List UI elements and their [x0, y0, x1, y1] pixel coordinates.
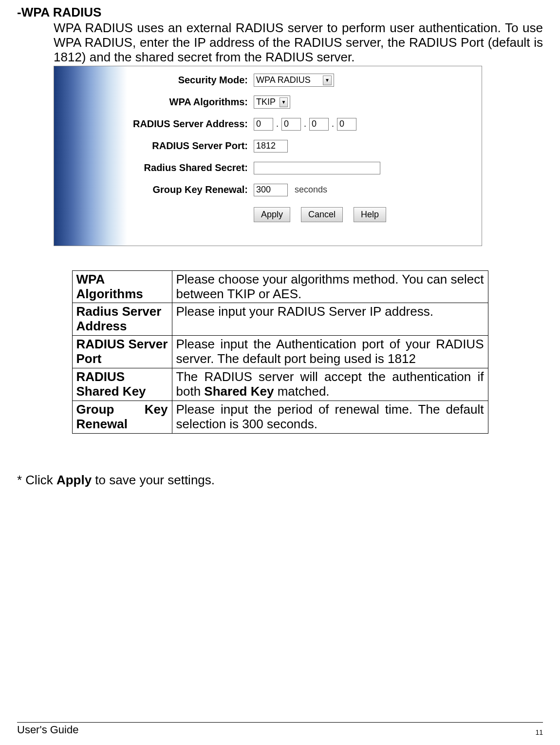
- table-desc-server-address: Please input your RADIUS Server IP addre…: [172, 303, 488, 336]
- apply-button[interactable]: Apply: [254, 207, 290, 222]
- table-label-server-address: Radius Server Address: [72, 303, 172, 336]
- table-label-wpa-algorithms: WPA Algorithms: [72, 270, 172, 303]
- select-security-mode-value: WPA RADIUS: [256, 75, 311, 85]
- ip-dot: .: [275, 119, 280, 129]
- select-wpa-algorithms-value: TKIP: [256, 97, 276, 107]
- label-shared-secret: Radius Shared Secret:: [127, 162, 254, 173]
- input-ip-oct3[interactable]: [309, 118, 329, 131]
- row-security-mode: Security Mode: WPA RADIUS ▼: [127, 73, 482, 88]
- cancel-button[interactable]: Cancel: [301, 207, 343, 222]
- ip-dot: .: [303, 119, 307, 129]
- input-ip-oct4[interactable]: [337, 118, 356, 131]
- table-row: GroupKey Renewal Please input the period…: [72, 401, 488, 433]
- input-group-key-renewal[interactable]: [254, 184, 288, 196]
- description-table: WPA Algorithms Please choose your algori…: [72, 270, 488, 434]
- table-label-group-key-renewal: GroupKey Renewal: [72, 401, 172, 433]
- table-row: Radius Server Address Please input your …: [72, 303, 488, 336]
- input-server-port[interactable]: [254, 140, 288, 153]
- label-security-mode: Security Mode:: [127, 75, 254, 86]
- table-row: WPA Algorithms Please choose your algori…: [72, 270, 488, 303]
- table-row: RADIUS Server Port Please input the Auth…: [72, 336, 488, 368]
- input-shared-secret[interactable]: [254, 162, 380, 174]
- ip-dot: .: [331, 119, 335, 129]
- section-heading: -WPA RADIUS: [17, 5, 543, 20]
- panel-gradient-sidebar: [54, 66, 127, 246]
- config-panel: Security Mode: WPA RADIUS ▼ WPA Algorith…: [54, 66, 482, 246]
- input-ip-oct1[interactable]: [254, 118, 273, 131]
- label-wpa-algorithms: WPA Algorithms:: [127, 96, 254, 108]
- table-desc-group-key-renewal: Please input the period of renewal time.…: [172, 401, 488, 433]
- table-desc-server-port: Please input the Authentication port of …: [172, 336, 488, 368]
- page-footer: User's Guide 11: [17, 722, 543, 736]
- table-label-server-port: RADIUS Server Port: [72, 336, 172, 368]
- row-wpa-algorithms: WPA Algorithms: TKIP ▼: [127, 95, 482, 110]
- row-server-address: RADIUS Server Address: . . .: [127, 117, 482, 132]
- select-wpa-algorithms[interactable]: TKIP ▼: [254, 96, 290, 109]
- table-label-shared-key: RADIUS Shared Key: [72, 368, 172, 401]
- table-desc-shared-key: The RADIUS server will accept the authen…: [172, 368, 488, 401]
- chevron-down-icon: ▼: [280, 97, 288, 107]
- apply-note: * Click Apply to save your settings.: [17, 473, 543, 488]
- select-security-mode[interactable]: WPA RADIUS ▼: [254, 74, 334, 87]
- label-group-key-renewal: Group Key Renewal:: [127, 184, 254, 195]
- table-row: RADIUS Shared Key The RADIUS server will…: [72, 368, 488, 401]
- table-desc-wpa-algorithms: Please choose your algorithms method. Yo…: [172, 270, 488, 303]
- footer-title: User's Guide: [17, 724, 78, 736]
- button-row: Apply Cancel Help: [254, 207, 482, 222]
- label-server-port: RADIUS Server Port:: [127, 140, 254, 152]
- row-server-port: RADIUS Server Port:: [127, 139, 482, 153]
- text-seconds-unit: seconds: [295, 185, 327, 195]
- chevron-down-icon: ▼: [323, 76, 332, 85]
- row-group-key-renewal: Group Key Renewal: seconds: [127, 183, 482, 197]
- page-number: 11: [535, 728, 543, 736]
- panel-body: Security Mode: WPA RADIUS ▼ WPA Algorith…: [127, 66, 482, 246]
- help-button[interactable]: Help: [354, 207, 386, 222]
- label-server-address: RADIUS Server Address:: [127, 118, 254, 130]
- row-shared-secret: Radius Shared Secret:: [127, 161, 482, 175]
- input-ip-oct2[interactable]: [281, 118, 301, 131]
- intro-paragraph: WPA RADIUS uses an external RADIUS serve…: [54, 21, 543, 65]
